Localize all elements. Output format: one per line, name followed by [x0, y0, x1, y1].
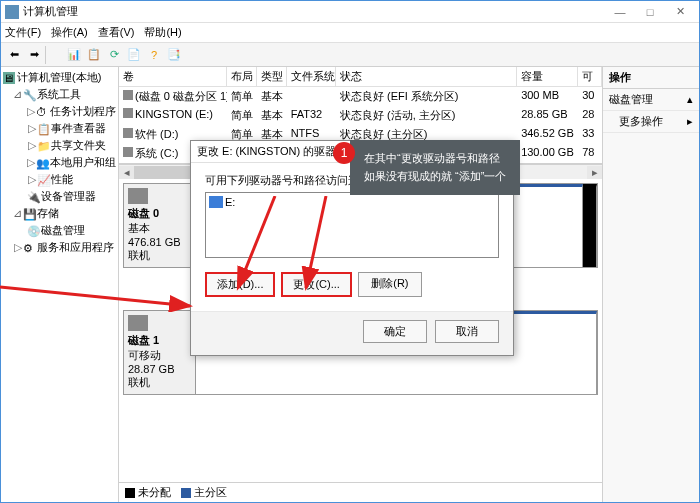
collapse-icon: ▴ [687, 93, 693, 106]
toolbar: ⬅ ➡ 📊 📋 ⟳ 📄 ? 📑 [1, 43, 699, 67]
tree-item-users[interactable]: ▷👥本地用户和组 [3, 154, 116, 171]
maximize-button[interactable]: □ [635, 3, 665, 21]
col-volume[interactable]: 卷 [119, 67, 227, 86]
tool-icon-3[interactable]: 📄 [125, 46, 143, 64]
annotation-arrow-add [230, 196, 280, 296]
annotation-arrow-left [0, 282, 200, 312]
menu-help[interactable]: 帮助(H) [144, 25, 181, 40]
menu-action[interactable]: 操作(A) [51, 25, 88, 40]
tool-icon-1[interactable]: 📊 [65, 46, 83, 64]
actions-more[interactable]: 更多操作▸ [603, 111, 699, 133]
annotation-badge: 1 [333, 142, 355, 164]
actions-header: 操作 [603, 67, 699, 89]
refresh-icon[interactable]: ⟳ [105, 46, 123, 64]
table-row[interactable]: KINGSTON (E:)简单基本FAT32状态良好 (活动, 主分区)28.8… [119, 106, 602, 125]
tree-item-eventviewer[interactable]: ▷📋事件查看器 [3, 120, 116, 137]
titlebar: 计算机管理 — □ ✕ [1, 1, 699, 23]
annotation-arrow-change [296, 196, 336, 296]
actions-pane: 操作 磁盘管理▴ 更多操作▸ [603, 67, 699, 502]
col-free[interactable]: 可 [578, 67, 602, 86]
svg-line-2 [306, 196, 326, 288]
menu-file[interactable]: 文件(F) [5, 25, 41, 40]
app-icon [5, 5, 19, 19]
minimize-button[interactable]: — [605, 3, 635, 21]
table-row[interactable]: (磁盘 0 磁盘分区 1)简单基本状态良好 (EFI 系统分区)300 MB30 [119, 87, 602, 106]
cancel-button[interactable]: 取消 [435, 320, 499, 343]
col-type[interactable]: 类型 [257, 67, 287, 86]
forward-icon[interactable]: ➡ [25, 46, 43, 64]
back-icon[interactable]: ⬅ [5, 46, 23, 64]
svg-line-0 [0, 287, 190, 306]
tree-item-shared[interactable]: ▷📁共享文件夹 [3, 137, 116, 154]
tree-item-scheduler[interactable]: ▷⏱任务计划程序 [3, 103, 116, 120]
tree-group-services[interactable]: ▷⚙ 服务和应用程序 [3, 239, 116, 256]
annotation-tooltip: 在其中“更改驱动器号和路径 如果没有现成的就 “添加”一个 [350, 140, 520, 195]
close-button[interactable]: ✕ [665, 3, 695, 21]
menubar: 文件(F) 操作(A) 查看(V) 帮助(H) [1, 23, 699, 43]
drive-icon [209, 196, 223, 208]
partition-unknown[interactable] [583, 184, 597, 267]
col-status[interactable]: 状态 [336, 67, 517, 86]
col-capacity[interactable]: 容量 [517, 67, 578, 86]
ok-button[interactable]: 确定 [363, 320, 427, 343]
actions-group[interactable]: 磁盘管理▴ [603, 89, 699, 111]
menu-view[interactable]: 查看(V) [98, 25, 135, 40]
remove-button[interactable]: 删除(R) [358, 272, 422, 297]
help-icon[interactable]: ? [145, 46, 163, 64]
window-title: 计算机管理 [23, 4, 605, 19]
tree-item-devmgr[interactable]: 🔌设备管理器 [3, 188, 116, 205]
tree-root[interactable]: 🖥 计算机管理(本地) [3, 69, 116, 86]
chevron-right-icon: ▸ [687, 115, 693, 128]
tool-icon-4[interactable]: 📑 [165, 46, 183, 64]
tree-group-systools[interactable]: ⊿🔧 系统工具 [3, 86, 116, 103]
col-fs[interactable]: 文件系统 [287, 67, 336, 86]
tree-item-diskmgmt[interactable]: 💿磁盘管理 [3, 222, 116, 239]
svg-line-1 [238, 196, 275, 288]
tree-group-storage[interactable]: ⊿💾 存储 [3, 205, 116, 222]
legend: 未分配 主分区 [119, 482, 602, 502]
disk-icon [128, 315, 148, 331]
tool-icon-2[interactable]: 📋 [85, 46, 103, 64]
disk-icon [128, 188, 148, 204]
col-layout[interactable]: 布局 [227, 67, 257, 86]
tree-item-perf[interactable]: ▷📈性能 [3, 171, 116, 188]
